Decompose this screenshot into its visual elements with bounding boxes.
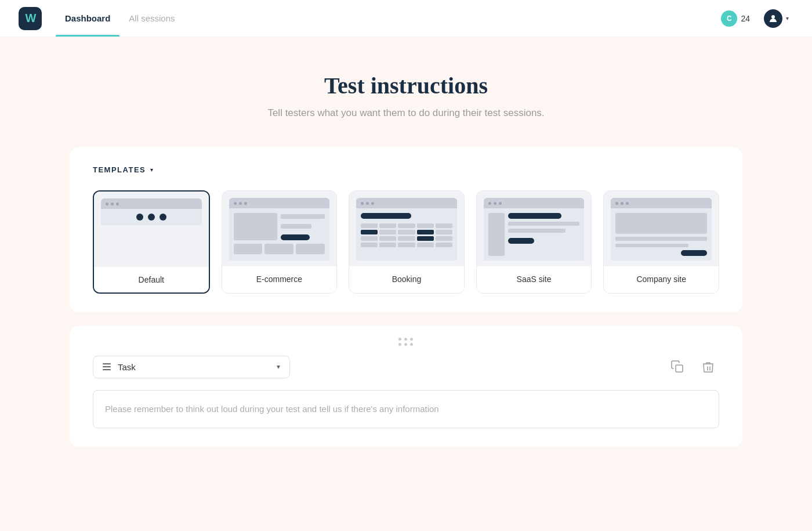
booking-header xyxy=(361,213,411,219)
dot-b1 xyxy=(361,202,364,205)
browser-body-booking xyxy=(356,208,457,261)
template-saas[interactable]: SaaS site xyxy=(476,190,592,294)
task-type-dropdown[interactable]: Task ▾ xyxy=(93,356,290,378)
header-right: C 24 ▾ xyxy=(721,7,793,30)
avatar xyxy=(764,9,782,28)
dot-e2 xyxy=(239,202,242,205)
browser-body-default xyxy=(101,209,202,225)
hamburger-icon xyxy=(103,363,111,370)
template-preview-default xyxy=(94,192,209,267)
dot-e3 xyxy=(244,202,247,205)
task-header: Task ▾ xyxy=(93,355,719,378)
template-name-company: Company site xyxy=(604,266,719,292)
saas-sidebar xyxy=(488,213,505,256)
drag-dot-4 xyxy=(398,343,401,346)
dot-s2 xyxy=(494,202,496,205)
hamburger-line-2 xyxy=(103,366,111,367)
bc-20 xyxy=(436,243,452,247)
bc-15 xyxy=(436,236,452,241)
browser-body-saas xyxy=(484,208,585,261)
nav-item-dashboard[interactable]: Dashboard xyxy=(56,0,119,37)
templates-header: TEMPLATES ▾ xyxy=(93,165,719,174)
template-name-saas: SaaS site xyxy=(477,266,592,292)
bc-10 xyxy=(436,230,452,234)
bc-18 xyxy=(398,243,415,247)
browser-bar-booking xyxy=(356,198,457,208)
ecom-item-1 xyxy=(234,244,263,254)
company-l2 xyxy=(615,244,688,248)
bc-8 xyxy=(398,230,415,234)
template-name-ecommerce: E-commerce xyxy=(222,266,337,292)
credits-badge: C 24 xyxy=(721,10,750,27)
dot-b2 xyxy=(366,202,369,205)
template-preview-ecommerce xyxy=(222,191,337,266)
default-dot-3 xyxy=(160,214,166,221)
ecom-image xyxy=(234,213,278,240)
ecom-line-1 xyxy=(281,214,325,219)
template-booking[interactable]: Booking xyxy=(349,190,465,294)
drag-dot-1 xyxy=(398,338,401,341)
dot-3 xyxy=(116,203,119,205)
nav-item-all-sessions[interactable]: All sessions xyxy=(119,0,184,37)
header: W Dashboard All sessions C 24 ▾ xyxy=(0,0,812,37)
avatar-button[interactable]: ▾ xyxy=(759,7,793,30)
ecom-button xyxy=(281,234,310,240)
hamburger-line-1 xyxy=(103,363,111,364)
bc-19 xyxy=(417,243,434,247)
drag-dot-6 xyxy=(410,343,413,346)
logo[interactable]: W xyxy=(19,7,42,30)
task-type-label: Task xyxy=(118,362,270,372)
credits-count: 24 xyxy=(741,14,750,23)
task-content-text: Please remember to think out loud during… xyxy=(105,402,707,416)
page-subtitle: Tell testers what you want them to do du… xyxy=(19,107,793,119)
task-chevron-icon: ▾ xyxy=(277,363,280,371)
template-company[interactable]: Company site xyxy=(603,190,719,294)
svg-point-0 xyxy=(771,15,775,19)
booking-grid xyxy=(361,223,452,247)
company-image xyxy=(615,213,707,234)
dot-c2 xyxy=(621,202,624,205)
bc-5 xyxy=(436,223,452,228)
bc-16 xyxy=(361,243,378,247)
drag-dot-2 xyxy=(404,338,407,341)
browser-bar-saas xyxy=(484,198,585,208)
browser-mock-company xyxy=(611,198,712,261)
credits-icon: C xyxy=(721,10,737,27)
avatar-chevron-icon: ▾ xyxy=(786,15,789,21)
drag-dots xyxy=(398,338,414,346)
delete-button[interactable] xyxy=(696,355,719,378)
logo-icon: W xyxy=(26,12,35,25)
drag-handle[interactable] xyxy=(93,338,719,346)
task-actions xyxy=(666,355,719,378)
bc-7 xyxy=(379,230,396,234)
bc-6 xyxy=(361,230,378,234)
main-nav: Dashboard All sessions xyxy=(56,0,184,37)
templates-label: TEMPLATES xyxy=(93,165,146,174)
dot-e1 xyxy=(234,202,237,205)
drag-dot-3 xyxy=(410,338,413,341)
copy-button[interactable] xyxy=(666,355,689,378)
template-preview-company xyxy=(604,191,719,266)
svg-rect-1 xyxy=(676,365,683,372)
bc-3 xyxy=(398,223,415,228)
task-content-area[interactable]: Please remember to think out loud during… xyxy=(93,390,719,428)
template-name-default: Default xyxy=(94,267,209,292)
bc-14 xyxy=(417,236,434,241)
page-header: Test instructions Tell testers what you … xyxy=(19,72,793,119)
template-ecommerce[interactable]: E-commerce xyxy=(222,190,338,294)
template-default[interactable]: Default xyxy=(93,190,210,294)
browser-bar xyxy=(101,198,202,209)
default-dots xyxy=(136,214,166,221)
task-card: Task ▾ xyxy=(70,326,742,447)
browser-mock-ecommerce xyxy=(229,198,330,261)
browser-body-company xyxy=(611,208,712,261)
bc-1 xyxy=(361,223,378,228)
browser-mock-saas xyxy=(484,198,585,261)
bc-11 xyxy=(361,236,378,241)
main-content: Test instructions Tell testers what you … xyxy=(0,37,812,531)
ecom-items xyxy=(234,244,325,256)
bc-4 xyxy=(417,223,434,228)
dot-s1 xyxy=(488,202,491,205)
bc-13 xyxy=(398,236,415,241)
page-title: Test instructions xyxy=(19,72,793,99)
